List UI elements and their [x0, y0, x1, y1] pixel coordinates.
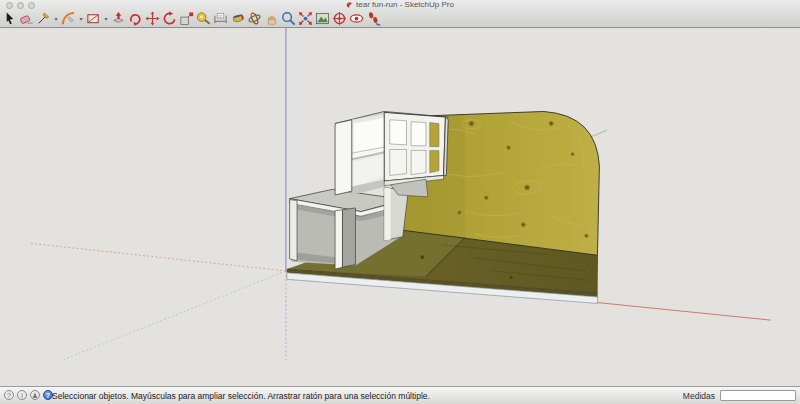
red-axis-dotted	[29, 243, 286, 271]
position-camera-tool-button[interactable]	[332, 10, 347, 26]
person-icon[interactable]: ♟	[30, 390, 40, 400]
orbit-tool-button[interactable]	[247, 10, 262, 26]
status-bar: ? i ♟ ? Seleccionar objetos. Mayúsculas …	[0, 386, 800, 404]
dimension-tool-button[interactable]	[213, 10, 228, 26]
cabinet-left-panel[interactable]	[290, 200, 297, 261]
previous-view-tool-button[interactable]	[315, 10, 330, 26]
zoom-tool-button[interactable]	[281, 10, 296, 26]
eraser-tool-button[interactable]	[19, 10, 34, 26]
cabinet-face-frame[interactable]	[384, 112, 448, 181]
titlebar[interactable]: tear fun-run - SketchUp Pro ▾ ▾ ▾	[0, 0, 800, 28]
scale-tool-button[interactable]	[179, 10, 194, 26]
push-pull-tool-button[interactable]	[111, 10, 126, 26]
green-axis-dotted	[62, 271, 286, 360]
model-canvas[interactable]	[0, 28, 800, 386]
rotate-tool-button[interactable]	[162, 10, 177, 26]
pan-tool-button[interactable]	[264, 10, 279, 26]
paint-bucket-tool-button[interactable]	[230, 10, 245, 26]
line-tool-button[interactable]	[36, 10, 51, 26]
zoom-extents-tool-button[interactable]	[298, 10, 313, 26]
measurements-label: Medidas	[683, 391, 715, 401]
follow-me-tool-button[interactable]	[128, 10, 143, 26]
tape-measure-tool-button[interactable]	[196, 10, 211, 26]
modeling-viewport[interactable]	[0, 28, 800, 386]
info-icon[interactable]: i	[17, 390, 27, 400]
cabinet-side-panel[interactable]	[335, 120, 352, 195]
move-tool-button[interactable]	[145, 10, 160, 26]
rectangle-tool-button[interactable]	[86, 10, 101, 26]
cabinet-divider[interactable]	[335, 208, 355, 269]
status-help-icons: ? i ♟ ?	[4, 390, 53, 400]
look-around-tool-button[interactable]	[349, 10, 364, 26]
walk-tool-button[interactable]	[366, 10, 381, 26]
window-title-text: tear fun-run - SketchUp Pro	[356, 0, 454, 9]
toolbar: ▾ ▾ ▾	[2, 9, 381, 27]
select-tool-button[interactable]	[2, 10, 17, 26]
line-dropdown-caret[interactable]: ▾	[53, 15, 59, 22]
question-icon[interactable]: ?	[4, 390, 14, 400]
status-message: Seleccionar objetos. Mayúsculas para amp…	[52, 391, 430, 401]
sketchup-window: tear fun-run - SketchUp Pro ▾ ▾ ▾	[0, 0, 800, 404]
measurements-input[interactable]	[720, 390, 796, 401]
arc-tool-button[interactable]	[61, 10, 76, 26]
arc-dropdown-caret[interactable]: ▾	[78, 15, 84, 22]
rectangle-dropdown-caret[interactable]: ▾	[103, 15, 109, 22]
